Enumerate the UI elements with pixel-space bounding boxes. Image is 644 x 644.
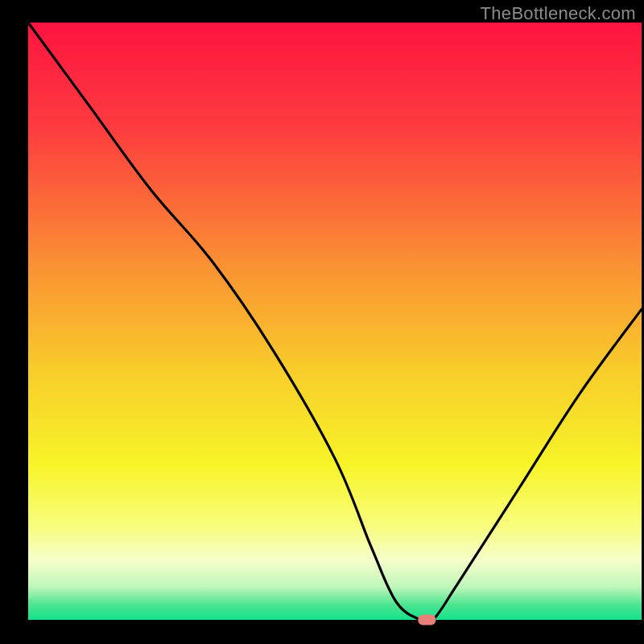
bottleneck-chart — [0, 0, 644, 644]
chart-frame: TheBottleneck.com — [0, 0, 644, 644]
plot-background — [28, 23, 642, 620]
optimal-marker — [418, 615, 436, 625]
watermark-text: TheBottleneck.com — [481, 3, 636, 24]
